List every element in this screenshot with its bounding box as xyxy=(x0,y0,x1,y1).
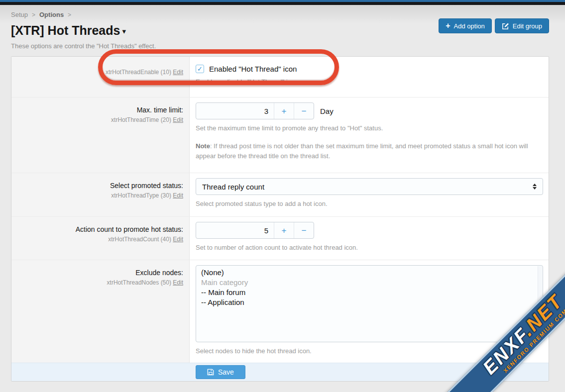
option-hint: Enable or disable "Hot Thread" icon. xyxy=(196,78,543,87)
checkbox-label: Enabled "Hot Thread" icon xyxy=(209,65,297,73)
edit-option-link[interactable]: Edit xyxy=(173,236,183,243)
add-option-button[interactable]: + Add option xyxy=(439,18,492,33)
page-title-text: [XTR] Hot Threads xyxy=(11,23,120,37)
edit-option-link[interactable]: Edit xyxy=(173,279,183,286)
option-code: xtrHotThreadNodes (50) Edit xyxy=(16,279,183,286)
top-admin-bar xyxy=(0,0,565,5)
listbox-option-main-forum[interactable]: -- Main forum xyxy=(196,288,543,297)
increment-button[interactable]: + xyxy=(274,222,294,238)
decrement-button[interactable]: − xyxy=(294,222,314,238)
listbox-option-main-category[interactable]: Main category xyxy=(196,278,543,288)
action-count-input[interactable] xyxy=(196,222,274,238)
option-row-enable: xtrHotThreadEnable (10) Edit ✓ Enabled "… xyxy=(11,57,549,97)
note-label: Note xyxy=(196,142,210,150)
edit-option-link[interactable]: Edit xyxy=(173,116,183,123)
save-label: Save xyxy=(218,368,234,376)
option-note: Note: If thread post time is not older t… xyxy=(196,141,539,161)
edit-group-label: Edit group xyxy=(513,22,542,30)
hot-thread-enable-checkbox-row[interactable]: ✓ Enabled "Hot Thread" icon xyxy=(196,65,543,73)
time-limit-stepper: + − xyxy=(196,102,314,119)
select-arrows-icon xyxy=(533,184,537,190)
action-count-stepper: + − xyxy=(196,222,314,239)
add-option-label: Add option xyxy=(454,22,485,30)
option-hint: Set to number of action count to activat… xyxy=(196,243,543,253)
option-code: xtrHotThreadTime (20) Edit xyxy=(16,116,183,123)
floppy-disk-icon xyxy=(207,369,214,376)
options-form: xtrHotThreadEnable (10) Edit ✓ Enabled "… xyxy=(11,56,549,382)
option-label: Max. time limit: xyxy=(16,105,183,115)
option-code-text: xtrHotThreadEnable (10) xyxy=(106,69,171,76)
decrement-button[interactable]: − xyxy=(294,103,314,119)
exclude-nodes-listbox[interactable]: (None) Main category -- Main forum -- Ap… xyxy=(196,265,543,342)
select-value: Thread reply count xyxy=(202,183,533,191)
time-limit-input[interactable] xyxy=(196,103,274,119)
breadcrumb: Setup > Options > xyxy=(11,11,549,18)
option-code-text: xtrHotThreadTime (20) xyxy=(111,116,171,123)
unit-label: Day xyxy=(320,107,334,115)
promoted-status-select[interactable]: Thread reply count xyxy=(196,178,543,195)
increment-button[interactable]: + xyxy=(274,103,294,119)
option-hint: Set the maximum time limit to promote an… xyxy=(196,124,543,133)
breadcrumb-setup[interactable]: Setup xyxy=(11,11,28,18)
option-row-exclude-nodes: Exclude nodes: xtrHotThreadNodes (50) Ed… xyxy=(11,260,549,363)
page-description: These options are control the "Hot Threa… xyxy=(11,42,549,50)
breadcrumb-separator: > xyxy=(68,11,71,18)
edit-pencil-icon xyxy=(502,22,509,30)
option-code-text: xtrHotThreadNodes (50) xyxy=(107,279,171,286)
option-hint: Select promoted status type to add a hot… xyxy=(196,199,543,209)
option-label: Exclude nodes: xyxy=(16,268,183,278)
option-label: Select promoted status: xyxy=(16,181,183,191)
option-code: xtrHotThreadCount (40) Edit xyxy=(16,236,183,243)
checkbox-checked-icon[interactable]: ✓ xyxy=(196,65,204,73)
option-code-text: xtrHotThreadType (30) xyxy=(111,192,171,199)
edit-option-link[interactable]: Edit xyxy=(173,192,183,199)
title-dropdown-caret-icon[interactable]: ▾ xyxy=(122,27,126,35)
breadcrumb-options[interactable]: Options xyxy=(39,11,64,18)
option-row-action-count: Action count to promote hot status: xtrH… xyxy=(11,216,549,260)
option-code: xtrHotThreadEnable (10) Edit xyxy=(16,69,183,76)
plus-icon: + xyxy=(446,22,450,30)
page-header: Setup > Options > [XTR] Hot Threads▾ The… xyxy=(0,5,565,53)
option-label: Action count to promote hot status: xyxy=(16,225,183,234)
listbox-option-none[interactable]: (None) xyxy=(196,268,543,278)
option-code-text: xtrHotThreadCount (40) xyxy=(108,236,171,243)
option-row-promoted-status: Select promoted status: xtrHotThreadType… xyxy=(11,173,549,216)
edit-group-button[interactable]: Edit group xyxy=(495,18,549,33)
option-code: xtrHotThreadType (30) Edit xyxy=(16,192,183,199)
listbox-option-application[interactable]: -- Application xyxy=(196,297,543,307)
edit-option-link[interactable]: Edit xyxy=(173,69,183,76)
option-row-time-limit: Max. time limit: xtrHotThreadTime (20) E… xyxy=(11,97,549,173)
note-text: : If thread post time is not older than … xyxy=(196,142,528,160)
breadcrumb-separator: > xyxy=(32,11,35,18)
save-button[interactable]: Save xyxy=(196,365,245,379)
